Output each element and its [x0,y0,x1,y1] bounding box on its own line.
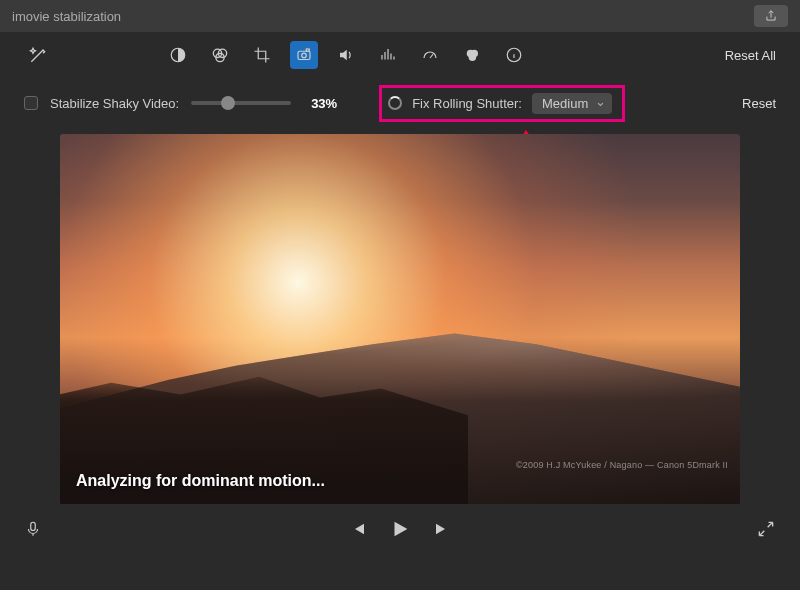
fix-rolling-shutter-group: Fix Rolling Shutter: Medium [379,85,625,122]
video-viewer: ©2009 H.J McYukee / Nagano — Canon 5Dmar… [60,134,740,504]
bottom-bar [0,504,800,554]
rolling-shutter-label: Fix Rolling Shutter: [412,96,522,111]
stabilize-label: Stabilize Shaky Video: [50,96,179,111]
stabilize-checkbox[interactable] [24,96,38,110]
color-correction-icon[interactable] [206,41,234,69]
play-button[interactable] [389,518,411,540]
share-button[interactable] [754,5,788,27]
inspector-toolbar: Reset All [0,32,800,78]
noise-reduction-icon[interactable] [374,41,402,69]
stabilization-controls: Stabilize Shaky Video: 33% Fix Rolling S… [0,78,800,128]
titlebar: imovie stabilization [0,0,800,32]
next-button[interactable] [433,520,451,538]
color-filter-icon[interactable] [458,41,486,69]
stabilization-icon[interactable] [290,41,318,69]
stabilize-percent: 33% [311,96,337,111]
rolling-shutter-selected: Medium [542,96,588,111]
crop-icon[interactable] [248,41,276,69]
spinner-icon [388,96,402,110]
image-credit: ©2009 H.J McYukee / Nagano — Canon 5Dmar… [516,460,728,470]
info-icon[interactable] [500,41,528,69]
color-balance-icon[interactable] [164,41,192,69]
svg-point-5 [302,53,307,58]
reset-button[interactable]: Reset [742,96,776,111]
rolling-shutter-dropdown[interactable]: Medium [532,93,612,114]
slider-thumb[interactable] [221,96,235,110]
speed-icon[interactable] [416,41,444,69]
inspector-icon-group [164,41,528,69]
prev-button[interactable] [349,520,367,538]
svg-rect-6 [306,49,309,51]
window-title: imovie stabilization [12,9,121,24]
stabilize-slider[interactable] [191,101,291,105]
playback-controls [349,518,451,540]
svg-point-9 [469,54,477,62]
magic-wand-icon[interactable] [24,41,52,69]
analysis-status: Analyzing for dominant motion... [76,472,325,490]
reset-all-button[interactable]: Reset All [725,48,776,63]
svg-rect-4 [298,51,310,59]
microphone-icon[interactable] [24,520,42,538]
volume-icon[interactable] [332,41,360,69]
fullscreen-button[interactable] [756,519,776,539]
svg-rect-13 [31,522,36,530]
